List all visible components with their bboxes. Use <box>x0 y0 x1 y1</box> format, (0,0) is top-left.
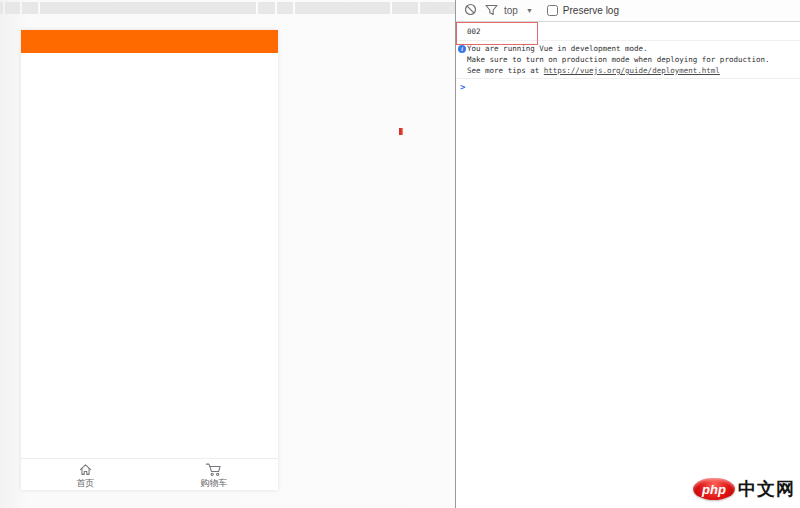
screen: 首页 购物车 <box>0 0 800 508</box>
cart-icon <box>205 462 222 477</box>
tab-strip-segment <box>392 2 418 14</box>
tab-strip-segment <box>277 2 293 14</box>
tab-strip-segment <box>40 2 256 14</box>
deployment-guide-link[interactable]: https://vuejs.org/guide/deployment.html <box>544 66 720 75</box>
prompt-chevron-icon: > <box>460 82 465 92</box>
clear-console-icon <box>464 2 477 20</box>
info-icon: i <box>458 45 466 53</box>
console-log-row: 002 <box>456 22 800 41</box>
home-icon <box>78 462 93 477</box>
console-toolbar: top ▼ Preserve log <box>456 0 800 22</box>
console-log-text: 002 <box>467 27 481 36</box>
filter-button[interactable] <box>484 4 498 18</box>
mobile-viewport: 首页 购物车 <box>21 30 278 490</box>
app-header-bar <box>21 30 278 53</box>
red-artifact-mark <box>399 128 403 135</box>
console-info-row: i You are running Vue in development mod… <box>456 41 800 79</box>
watermark-text: 中文网 <box>738 477 795 501</box>
chevron-down-icon: ▼ <box>526 7 533 14</box>
tab-strip-segment <box>258 2 275 14</box>
devtools-panel: top ▼ Preserve log 002 i You are running… <box>456 0 800 508</box>
console-info-line3: See more tips at https://vuejs.org/guide… <box>467 66 800 77</box>
page-preview-pane: 首页 购物车 <box>0 0 455 508</box>
preserve-log-label: Preserve log <box>563 5 619 16</box>
tab-strip-segment <box>0 2 3 14</box>
app-tabbar: 首页 购物车 <box>21 458 278 490</box>
php-logo-icon: php <box>693 478 735 500</box>
php-cn-watermark: php 中文网 <box>693 477 795 501</box>
clear-console-button[interactable] <box>463 4 477 18</box>
browser-tab-strip <box>0 2 455 14</box>
context-selector-value: top <box>504 5 518 16</box>
tabbar-label-home: 首页 <box>76 478 94 488</box>
tab-strip-segment <box>295 2 390 14</box>
preserve-log-checkbox[interactable] <box>547 5 558 16</box>
filter-funnel-icon <box>485 2 498 20</box>
tabbar-label-cart: 购物车 <box>200 478 227 488</box>
preserve-log-toggle[interactable]: Preserve log <box>547 5 619 16</box>
console-info-line2: Make sure to turn on production mode whe… <box>467 55 800 66</box>
tabbar-item-cart[interactable]: 购物车 <box>150 459 279 490</box>
tab-strip-segment <box>5 2 20 14</box>
console-info-line3-prefix: See more tips at <box>467 66 544 75</box>
tab-strip-segment <box>22 2 38 14</box>
console-prompt-row[interactable]: > <box>456 79 800 95</box>
tabbar-item-home[interactable]: 首页 <box>21 459 150 490</box>
tab-strip-segment <box>420 2 455 14</box>
console-output: 002 i You are running Vue in development… <box>456 22 800 508</box>
console-info-line1: You are running Vue in development mode. <box>467 44 800 55</box>
execution-context-selector[interactable]: top ▼ <box>504 5 533 16</box>
